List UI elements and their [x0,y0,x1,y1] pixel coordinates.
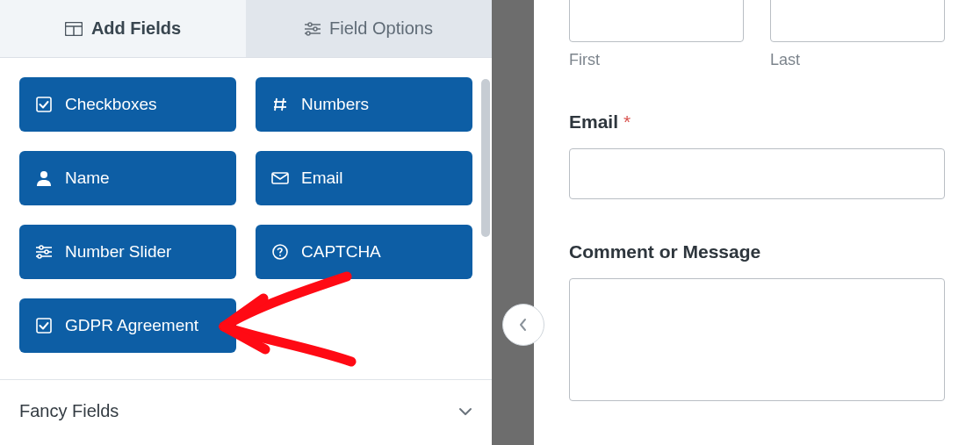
field-checkboxes[interactable]: Checkboxes [19,77,236,132]
checkbox-icon [35,318,53,334]
tab-label: Field Options [329,18,433,39]
scrollbar-thumb[interactable] [481,79,490,237]
panel-divider [492,0,534,445]
field-label: Number Slider [65,242,171,262]
field-label: Name [65,169,110,188]
svg-point-8 [306,32,310,35]
first-name-input[interactable] [569,0,744,42]
hash-icon [271,97,289,112]
last-name-input[interactable] [770,0,945,42]
svg-line-10 [275,98,277,111]
field-captcha[interactable]: CAPTCHA [256,225,472,279]
field-numbers[interactable]: Numbers [256,77,472,132]
svg-point-21 [38,255,41,258]
question-circle-icon [271,244,289,260]
field-label: Email [301,169,343,188]
svg-rect-24 [37,319,51,333]
sidebar-panel: Add Fields Field Options [0,0,492,445]
section-fancy-fields[interactable]: Fancy Fields [0,379,492,421]
field-label: CAPTCHA [301,242,381,262]
section-label: Fancy Fields [19,401,119,421]
svg-point-23 [279,255,281,256]
svg-line-11 [282,98,284,111]
envelope-icon [271,172,289,184]
first-name-sublabel: First [569,51,744,69]
svg-point-17 [40,246,43,249]
checkbox-icon [35,97,53,112]
tab-field-options[interactable]: Field Options [246,0,492,57]
sliders-icon [35,245,53,259]
tab-add-fields[interactable]: Add Fields [0,0,246,57]
svg-point-19 [45,250,48,254]
tab-label: Add Fields [91,18,181,39]
svg-point-14 [40,171,47,178]
field-label: Numbers [301,95,369,114]
email-label: Email * [569,111,945,133]
sliders-icon [305,22,321,36]
comment-textarea[interactable] [569,278,945,401]
field-email[interactable]: Email [256,151,472,205]
last-name-sublabel: Last [770,51,945,69]
label-text: Email [569,111,618,133]
chevron-down-icon [458,407,472,416]
layout-icon [65,22,83,36]
form-preview: First Last Email * Comment or Message [534,0,980,445]
svg-point-6 [313,27,317,31]
svg-point-4 [308,23,312,26]
field-name[interactable]: Name [19,151,236,205]
fields-area: Checkboxes Numbers [0,58,492,445]
svg-rect-15 [272,173,288,183]
comment-label: Comment or Message [569,241,945,262]
field-label: Checkboxes [65,95,157,114]
collapse-sidebar-button[interactable] [502,304,544,346]
label-text: Comment or Message [569,241,760,262]
svg-rect-9 [37,97,51,111]
field-gdpr-agreement[interactable]: GDPR Agreement [19,298,236,353]
required-mark: * [623,111,631,133]
user-icon [35,170,53,186]
field-label: GDPR Agreement [65,316,198,335]
field-number-slider[interactable]: Number Slider [19,225,236,279]
email-input[interactable] [569,148,945,199]
sidebar-tabs: Add Fields Field Options [0,0,492,58]
